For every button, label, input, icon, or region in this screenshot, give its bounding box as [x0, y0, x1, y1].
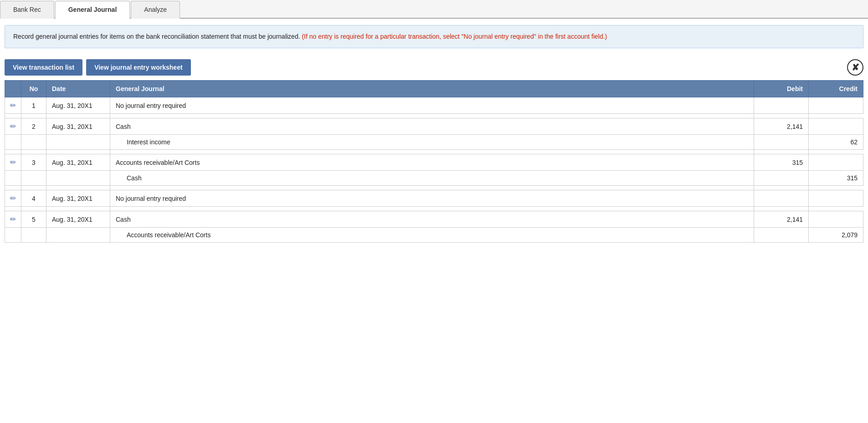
- cell-debit: 315: [754, 154, 809, 171]
- edit-icon-cell[interactable]: ✏: [5, 97, 21, 114]
- cell-sub-credit: 62: [809, 135, 863, 150]
- cell-sub-credit: 315: [809, 171, 863, 186]
- cell-debit: [754, 97, 809, 114]
- general-journal-table: No Date General Journal Debit Credit ✏1A…: [5, 80, 863, 243]
- cell-date: Aug. 31, 20X1: [46, 97, 110, 114]
- cell-account: No journal entry required: [110, 190, 754, 207]
- tab-general-journal[interactable]: General Journal: [55, 1, 130, 19]
- cell-credit: [809, 154, 863, 171]
- empty-cell: [5, 228, 21, 243]
- cell-date: Aug. 31, 20X1: [46, 118, 110, 135]
- empty-cell: [21, 228, 46, 243]
- edit-icon-cell[interactable]: ✏: [5, 211, 21, 228]
- spacer-cell: [46, 207, 110, 211]
- cell-credit: [809, 211, 863, 228]
- empty-cell: [46, 171, 110, 186]
- table-row: ✏4Aug. 31, 20X1No journal entry required: [5, 190, 863, 207]
- spacer-cell: [21, 186, 46, 190]
- table-row: ✏2Aug. 31, 20X1Cash2,141: [5, 118, 863, 135]
- col-header-no: No: [21, 81, 46, 97]
- notice-main-text: Record general journal entries for items…: [13, 33, 300, 40]
- spacer-cell: [46, 114, 110, 118]
- notice-box: Record general journal entries for items…: [5, 25, 863, 48]
- pencil-icon: ✏: [10, 158, 16, 167]
- cell-account: Cash: [110, 118, 754, 135]
- spacer-cell: [754, 186, 809, 190]
- cell-no: 3: [21, 154, 46, 171]
- pencil-icon: ✏: [10, 194, 16, 203]
- tab-bank-rec[interactable]: Bank Rec: [0, 1, 54, 19]
- cell-debit: [754, 190, 809, 207]
- journal-table-wrapper: No Date General Journal Debit Credit ✏1A…: [0, 80, 868, 252]
- spacer-cell: [110, 186, 754, 190]
- spacer-cell: [809, 207, 863, 211]
- cell-credit: [809, 118, 863, 135]
- cell-sub-account: Interest income: [110, 135, 754, 150]
- col-header-date: Date: [46, 81, 110, 97]
- cell-no: 2: [21, 118, 46, 135]
- empty-cell: [46, 135, 110, 150]
- table-row: ✏5Aug. 31, 20X1Cash2,141: [5, 211, 863, 228]
- table-sub-row: Accounts receivable/Art Corts2,079: [5, 228, 863, 243]
- empty-cell: [5, 135, 21, 150]
- table-sub-row: Cash315: [5, 171, 863, 186]
- view-journal-entry-worksheet-button[interactable]: View journal entry worksheet: [86, 59, 190, 76]
- spacer-cell: [809, 150, 863, 154]
- empty-cell: [21, 171, 46, 186]
- spacer-cell: [21, 150, 46, 154]
- spacer-row: [5, 186, 863, 190]
- cell-no: 1: [21, 97, 46, 114]
- cell-account: No journal entry required: [110, 97, 754, 114]
- spacer-cell: [5, 186, 21, 190]
- spacer-cell: [754, 114, 809, 118]
- cell-sub-debit: [754, 228, 809, 243]
- spacer-cell: [754, 207, 809, 211]
- close-button[interactable]: ✘: [847, 59, 863, 76]
- cell-date: Aug. 31, 20X1: [46, 154, 110, 171]
- col-header-general-journal: General Journal: [110, 81, 754, 97]
- empty-cell: [21, 135, 46, 150]
- spacer-row: [5, 207, 863, 211]
- spacer-cell: [809, 186, 863, 190]
- cell-account: Accounts receivable/Art Corts: [110, 154, 754, 171]
- col-header-debit: Debit: [754, 81, 809, 97]
- empty-cell: [46, 228, 110, 243]
- cell-sub-account: Cash: [110, 171, 754, 186]
- cell-sub-debit: [754, 135, 809, 150]
- spacer-cell: [5, 150, 21, 154]
- cell-credit: [809, 97, 863, 114]
- cell-sub-credit: 2,079: [809, 228, 863, 243]
- buttons-row: View transaction list View journal entry…: [0, 53, 868, 80]
- edit-icon-cell[interactable]: ✏: [5, 154, 21, 171]
- cell-account: Cash: [110, 211, 754, 228]
- pencil-icon: ✏: [10, 122, 16, 131]
- tabs-bar: Bank Rec General Journal Analyze: [0, 0, 868, 19]
- spacer-cell: [809, 114, 863, 118]
- spacer-row: [5, 114, 863, 118]
- view-transaction-list-button[interactable]: View transaction list: [5, 59, 82, 76]
- pencil-icon: ✏: [10, 101, 16, 110]
- spacer-cell: [110, 114, 754, 118]
- cell-debit: 2,141: [754, 118, 809, 135]
- notice-red-text: (If no entry is required for a particula…: [300, 33, 607, 40]
- cell-credit: [809, 190, 863, 207]
- cell-no: 5: [21, 211, 46, 228]
- spacer-cell: [5, 207, 21, 211]
- spacer-cell: [46, 150, 110, 154]
- close-circle-icon: ✘: [847, 59, 863, 76]
- table-row: ✏1Aug. 31, 20X1No journal entry required: [5, 97, 863, 114]
- cell-date: Aug. 31, 20X1: [46, 190, 110, 207]
- edit-icon-cell[interactable]: ✏: [5, 190, 21, 207]
- edit-icon-cell[interactable]: ✏: [5, 118, 21, 135]
- tab-analyze[interactable]: Analyze: [131, 1, 180, 19]
- cell-debit: 2,141: [754, 211, 809, 228]
- spacer-cell: [46, 186, 110, 190]
- cell-sub-debit: [754, 171, 809, 186]
- pencil-icon: ✏: [10, 215, 16, 224]
- col-header-credit: Credit: [809, 81, 863, 97]
- table-sub-row: Interest income62: [5, 135, 863, 150]
- spacer-cell: [21, 114, 46, 118]
- cell-sub-account: Accounts receivable/Art Corts: [110, 228, 754, 243]
- spacer-cell: [110, 150, 754, 154]
- spacer-cell: [21, 207, 46, 211]
